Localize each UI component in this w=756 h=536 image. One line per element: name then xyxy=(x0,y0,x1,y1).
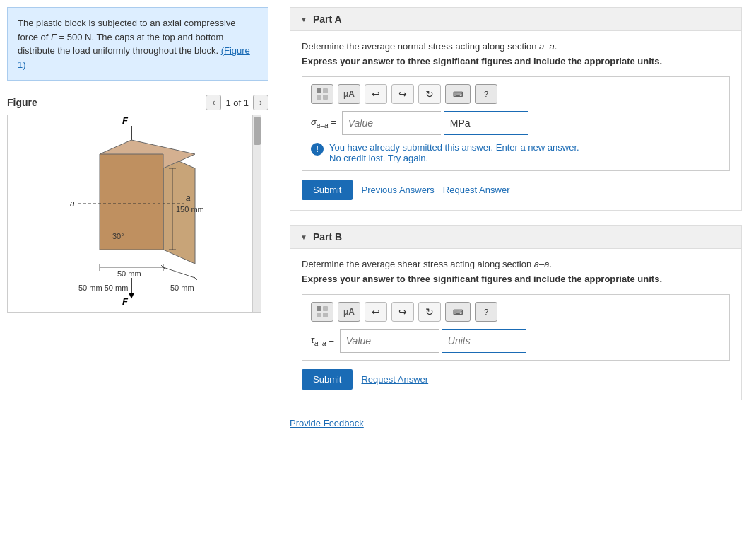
provide-feedback-section: Provide Feedback xyxy=(290,414,742,431)
mu-button-b[interactable]: μA xyxy=(338,302,360,322)
figure-nav-controls: ‹ 1 of 1 › xyxy=(206,95,268,110)
part-a-unit-input[interactable] xyxy=(444,111,528,135)
mu-button-a[interactable]: μA xyxy=(338,84,360,104)
svg-rect-24 xyxy=(317,88,321,93)
part-b-input-label: τa–a = xyxy=(311,334,334,347)
part-a-body: Determine the average normal stress acti… xyxy=(290,31,741,210)
part-a-info-message: ! You have already submitted this answer… xyxy=(311,142,721,163)
part-a-title: Part A xyxy=(313,13,342,25)
svg-text:a: a xyxy=(70,199,75,209)
svg-rect-27 xyxy=(323,95,328,100)
matrix-button-a[interactable] xyxy=(311,84,333,104)
provide-feedback-link[interactable]: Provide Feedback xyxy=(290,418,364,429)
refresh-button-a[interactable]: ↻ xyxy=(418,84,441,104)
part-b-input-row: τa–a = xyxy=(311,329,721,353)
problem-statement: The plastic block is subjected to an axi… xyxy=(7,7,268,81)
svg-text:F: F xyxy=(122,115,129,126)
part-b-instruction: Express your answer to three significant… xyxy=(302,274,730,284)
help-button-a[interactable]: ? xyxy=(475,84,497,104)
svg-text:F: F xyxy=(122,296,129,307)
part-a-info-text: You have already submitted this answer. … xyxy=(329,142,579,163)
undo-button-a[interactable]: ↩ xyxy=(365,84,387,104)
info-icon-a: ! xyxy=(311,143,324,156)
part-a-submit-button[interactable]: Submit xyxy=(302,180,353,200)
part-b-body: Determine the average shear stress actin… xyxy=(290,249,741,400)
part-b-section: ▼ Part B Determine the average shear str… xyxy=(290,225,742,400)
right-panel: ▼ Part A Determine the average normal st… xyxy=(276,0,756,536)
part-b-value-input[interactable] xyxy=(340,329,439,353)
part-a-collapse-icon[interactable]: ▼ xyxy=(300,16,307,23)
part-b-submit-button[interactable]: Submit xyxy=(302,369,353,390)
keyboard-button-a[interactable]: ⌨ xyxy=(445,84,471,104)
svg-line-14 xyxy=(163,267,195,278)
svg-text:30°: 30° xyxy=(112,232,124,240)
figure-label: Figure xyxy=(7,97,37,108)
keyboard-button-b[interactable]: ⌨ xyxy=(445,302,471,322)
svg-text:50 mm: 50 mm xyxy=(170,284,194,292)
svg-rect-26 xyxy=(317,95,321,100)
svg-text:a: a xyxy=(186,193,191,203)
part-a-input-label: σa–a = xyxy=(311,117,336,129)
redo-button-b[interactable]: ↪ xyxy=(391,302,414,322)
part-b-action-row: Submit Request Answer xyxy=(302,369,730,390)
figure-section: Figure ‹ 1 of 1 › F xyxy=(7,95,268,313)
part-a-request-answer-link[interactable]: Request Answer xyxy=(443,185,510,195)
svg-rect-29 xyxy=(323,306,328,311)
part-b-answer-box: μA ↩ ↪ ↻ ⌨ ? τa–a = xyxy=(302,294,730,361)
svg-text:50 mm 50 mm: 50 mm 50 mm xyxy=(78,284,128,292)
part-a-value-input[interactable] xyxy=(342,111,441,135)
part-b-description: Determine the average shear stress actin… xyxy=(302,259,730,269)
part-b-toolbar: μA ↩ ↪ ↻ ⌨ ? xyxy=(311,302,721,322)
part-a-instruction: Express your answer to three significant… xyxy=(302,56,730,66)
part-a-section: ▼ Part A Determine the average normal st… xyxy=(290,7,742,211)
part-b-title: Part B xyxy=(313,231,342,243)
part-b-collapse-icon[interactable]: ▼ xyxy=(300,233,307,241)
svg-rect-25 xyxy=(323,88,328,93)
svg-rect-31 xyxy=(323,313,328,317)
figure-drawing: F 30° 150 mm xyxy=(8,115,254,313)
part-a-previous-answers-link[interactable]: Previous Answers xyxy=(361,185,434,195)
part-b-request-answer-link[interactable]: Request Answer xyxy=(361,374,428,385)
figure-page-indicator: 1 of 1 xyxy=(225,98,249,108)
part-a-description: Determine the average normal stress acti… xyxy=(302,41,730,52)
part-a-input-row: σa–a = xyxy=(311,111,721,135)
part-a-action-row: Submit Previous Answers Request Answer xyxy=(302,180,730,200)
refresh-button-b[interactable]: ↻ xyxy=(418,302,441,322)
problem-text: The plastic block is subjected to an axi… xyxy=(18,18,236,56)
part-a-toolbar: μA ↩ ↪ ↻ ⌨ ? xyxy=(311,84,721,104)
svg-rect-30 xyxy=(317,313,321,317)
svg-text:50 mm: 50 mm xyxy=(117,269,141,278)
svg-marker-4 xyxy=(100,154,163,250)
figure-container: F 30° 150 mm xyxy=(7,115,261,313)
svg-rect-28 xyxy=(317,306,321,311)
part-a-header: ▼ Part A xyxy=(290,8,741,31)
redo-button-a[interactable]: ↪ xyxy=(391,84,414,104)
undo-button-b[interactable]: ↩ xyxy=(365,302,387,322)
part-b-unit-input[interactable] xyxy=(442,329,526,353)
svg-text:150 mm: 150 mm xyxy=(176,205,204,214)
matrix-button-b[interactable] xyxy=(311,302,333,322)
figure-scrollbar[interactable] xyxy=(252,115,261,312)
part-a-answer-box: μA ↩ ↪ ↻ ⌨ ? σa–a = ! You have already s… xyxy=(302,76,730,171)
prev-figure-button[interactable]: ‹ xyxy=(206,95,221,110)
part-b-header: ▼ Part B xyxy=(290,226,741,249)
next-figure-button[interactable]: › xyxy=(253,95,268,110)
help-button-b[interactable]: ? xyxy=(475,302,497,322)
scroll-thumb[interactable] xyxy=(254,117,261,145)
figure-header: Figure ‹ 1 of 1 › xyxy=(7,95,268,110)
svg-line-16 xyxy=(193,276,197,280)
